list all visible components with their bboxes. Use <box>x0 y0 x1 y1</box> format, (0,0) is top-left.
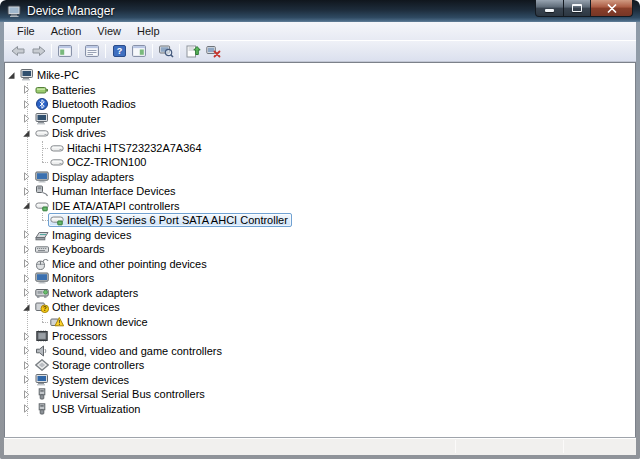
tree-item-label[interactable]: Human Interface Devices <box>52 185 176 197</box>
tree-node[interactable]: Processors <box>33 329 111 343</box>
tree-node[interactable]: IDE ATA/ATAPI controllers <box>33 199 184 213</box>
tree-node[interactable]: Hitachi HTS723232A7A364 <box>48 141 206 155</box>
tree-item[interactable]: Human Interface Devices <box>5 184 635 199</box>
tree-item-label[interactable]: Unknown device <box>67 316 148 328</box>
tree-item[interactable]: Keyboards <box>5 242 635 257</box>
expander-collapsed-icon[interactable] <box>22 274 33 283</box>
tree-node[interactable]: Human Interface Devices <box>33 184 180 198</box>
expander-expanded-icon[interactable] <box>22 303 33 312</box>
tree-item[interactable]: Batteries <box>5 83 635 98</box>
expander-expanded-icon[interactable] <box>7 71 18 80</box>
tree-node[interactable]: Unknown device <box>48 315 152 329</box>
expander-collapsed-icon[interactable] <box>22 85 33 94</box>
tree-item[interactable]: Processors <box>5 329 635 344</box>
tree-node[interactable]: Batteries <box>33 83 99 97</box>
tree-item[interactable]: System devices <box>5 373 635 388</box>
tree-item-label[interactable]: Storage controllers <box>52 359 144 371</box>
tree-item[interactable]: USB Virtualization <box>5 402 635 417</box>
tree-item[interactable]: Imaging devices <box>5 228 635 243</box>
menu-view[interactable]: View <box>89 23 129 39</box>
back-icon[interactable] <box>8 42 28 60</box>
tree-node[interactable]: Bluetooth Radios <box>33 97 140 111</box>
tree-item-label[interactable]: Hitachi HTS723232A7A364 <box>67 142 202 154</box>
tree-node[interactable]: Mike-PC <box>18 68 83 82</box>
selected-tree-node[interactable]: Intel(R) 5 Series 6 Port SATA AHCI Contr… <box>48 213 292 227</box>
tree-item[interactable]: Unknown device <box>5 315 635 330</box>
expander-collapsed-icon[interactable] <box>22 390 33 399</box>
expander-collapsed-icon[interactable] <box>22 259 33 268</box>
tree-item[interactable]: Storage controllers <box>5 358 635 373</box>
tree-item-label[interactable]: USB Virtualization <box>52 403 140 415</box>
tree-node[interactable]: Display adapters <box>33 170 138 184</box>
tree-item-label[interactable]: Sound, video and game controllers <box>52 345 222 357</box>
minimize-button[interactable] <box>535 0 564 17</box>
tree-item-label[interactable]: Imaging devices <box>52 229 132 241</box>
tree-node[interactable]: Computer <box>33 112 104 126</box>
expander-collapsed-icon[interactable] <box>22 288 33 297</box>
expander-collapsed-icon[interactable] <box>22 172 33 181</box>
tree-item-label[interactable]: Mice and other pointing devices <box>52 258 207 270</box>
tree-item-label[interactable]: Other devices <box>52 301 120 313</box>
tree-item[interactable]: Mice and other pointing devices <box>5 257 635 272</box>
tree-item[interactable]: Hitachi HTS723232A7A364 <box>5 141 635 156</box>
scan-hardware-changes-icon[interactable] <box>156 42 176 60</box>
forward-icon[interactable] <box>28 42 48 60</box>
properties-icon[interactable] <box>82 42 102 60</box>
tree-item-label[interactable]: Keyboards <box>52 243 105 255</box>
uninstall-icon[interactable] <box>203 42 223 60</box>
expander-collapsed-icon[interactable] <box>22 245 33 254</box>
expander-collapsed-icon[interactable] <box>22 346 33 355</box>
tree-item-label[interactable]: Network adapters <box>52 287 138 299</box>
help-icon[interactable]: ? <box>109 42 129 60</box>
show-console-tree-icon[interactable] <box>55 42 75 60</box>
tree-node[interactable]: Mice and other pointing devices <box>33 257 211 271</box>
titlebar[interactable]: Device Manager <box>0 0 640 22</box>
menu-action[interactable]: Action <box>43 23 90 39</box>
tree-item[interactable]: OCZ-TRION100 <box>5 155 635 170</box>
tree-item-label[interactable]: Bluetooth Radios <box>52 98 136 110</box>
tree-item-label[interactable]: Disk drives <box>52 127 106 139</box>
tree-node[interactable]: Universal Serial Bus controllers <box>33 387 209 401</box>
tree-node[interactable]: Monitors <box>33 271 98 285</box>
expander-collapsed-icon[interactable] <box>22 114 33 123</box>
expander-expanded-icon[interactable] <box>22 201 33 210</box>
tree-node[interactable]: Storage controllers <box>33 358 148 372</box>
tree-item[interactable]: Universal Serial Bus controllers <box>5 387 635 402</box>
expander-collapsed-icon[interactable] <box>22 375 33 384</box>
tree-node[interactable]: System devices <box>33 373 133 387</box>
menu-help[interactable]: Help <box>129 23 168 39</box>
show-action-pane-icon[interactable] <box>129 42 149 60</box>
tree-item[interactable]: Mike-PC <box>5 68 635 83</box>
expander-collapsed-icon[interactable] <box>22 230 33 239</box>
device-tree[interactable]: Mike-PCBatteriesBluetooth RadiosComputer… <box>5 63 635 437</box>
tree-item-label[interactable]: Batteries <box>52 84 95 96</box>
tree-node[interactable]: Sound, video and game controllers <box>33 344 226 358</box>
update-driver-software-icon[interactable] <box>183 42 203 60</box>
tree-node[interactable]: Disk drives <box>33 126 110 140</box>
tree-item-label[interactable]: IDE ATA/ATAPI controllers <box>52 200 180 212</box>
close-button[interactable] <box>590 0 633 17</box>
tree-item[interactable]: Sound, video and game controllers <box>5 344 635 359</box>
expander-collapsed-icon[interactable] <box>22 361 33 370</box>
tree-item-label[interactable]: Processors <box>52 330 107 342</box>
tree-item-label[interactable]: Universal Serial Bus controllers <box>52 388 205 400</box>
expander-collapsed-icon[interactable] <box>22 187 33 196</box>
tree-item[interactable]: Intel(R) 5 Series 6 Port SATA AHCI Contr… <box>5 213 635 228</box>
tree-node[interactable]: Keyboards <box>33 242 109 256</box>
tree-item[interactable]: Display adapters <box>5 170 635 185</box>
maximize-button[interactable] <box>563 0 591 17</box>
tree-item-label[interactable]: Monitors <box>52 272 94 284</box>
tree-item-label[interactable]: System devices <box>52 374 129 386</box>
expander-collapsed-icon[interactable] <box>22 404 33 413</box>
tree-item[interactable]: Computer <box>5 112 635 127</box>
tree-item-label[interactable]: Computer <box>52 113 100 125</box>
tree-node[interactable]: ?Other devices <box>33 300 124 314</box>
tree-item[interactable]: Disk drives <box>5 126 635 141</box>
tree-node[interactable]: Imaging devices <box>33 228 136 242</box>
expander-expanded-icon[interactable] <box>22 129 33 138</box>
tree-node[interactable]: Network adapters <box>33 286 142 300</box>
tree-node[interactable]: USB Virtualization <box>33 402 144 416</box>
expander-collapsed-icon[interactable] <box>22 332 33 341</box>
tree-item-label[interactable]: Display adapters <box>52 171 134 183</box>
tree-item[interactable]: Monitors <box>5 271 635 286</box>
